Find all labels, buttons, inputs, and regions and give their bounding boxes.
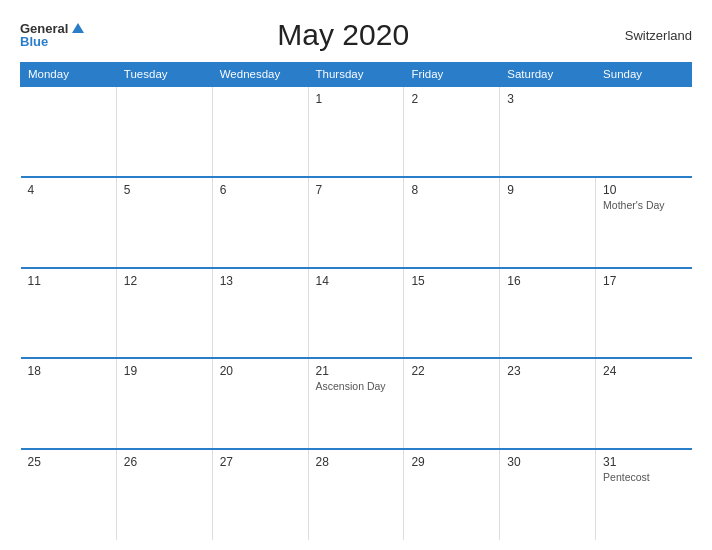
day-number: 8	[411, 183, 492, 197]
calendar-week-row: 25262728293031Pentecost	[21, 449, 692, 540]
day-number: 4	[28, 183, 109, 197]
day-number: 27	[220, 455, 301, 469]
day-cell: 5	[116, 177, 212, 268]
calendar-page: General Blue May 2020 Switzerland Monday…	[0, 0, 712, 550]
header-saturday: Saturday	[500, 63, 596, 87]
day-number: 23	[507, 364, 588, 378]
day-cell: 24	[596, 358, 692, 449]
day-cell: 12	[116, 268, 212, 359]
day-number: 28	[316, 455, 397, 469]
day-cell: 7	[308, 177, 404, 268]
day-cell: 23	[500, 358, 596, 449]
day-number: 1	[316, 92, 397, 106]
day-number: 3	[507, 92, 588, 106]
day-cell: 17	[596, 268, 692, 359]
calendar-title: May 2020	[84, 18, 602, 52]
empty-day-cell	[212, 86, 308, 177]
day-cell: 11	[21, 268, 117, 359]
day-number: 14	[316, 274, 397, 288]
calendar-table: Monday Tuesday Wednesday Thursday Friday…	[20, 62, 692, 540]
day-cell: 22	[404, 358, 500, 449]
header-sunday: Sunday	[596, 63, 692, 87]
day-cell: 3	[500, 86, 596, 177]
calendar-week-row: 18192021Ascension Day222324	[21, 358, 692, 449]
day-cell: 9	[500, 177, 596, 268]
day-number: 11	[28, 274, 109, 288]
country-label: Switzerland	[602, 28, 692, 43]
day-cell: 19	[116, 358, 212, 449]
day-cell: 31Pentecost	[596, 449, 692, 540]
header-monday: Monday	[21, 63, 117, 87]
calendar-week-row: 45678910Mother's Day	[21, 177, 692, 268]
day-cell: 20	[212, 358, 308, 449]
day-number: 5	[124, 183, 205, 197]
calendar-week-row: 11121314151617	[21, 268, 692, 359]
day-number: 29	[411, 455, 492, 469]
day-cell: 8	[404, 177, 500, 268]
day-number: 13	[220, 274, 301, 288]
day-number: 24	[603, 364, 684, 378]
day-cell: 26	[116, 449, 212, 540]
day-number: 9	[507, 183, 588, 197]
day-event: Pentecost	[603, 471, 684, 483]
day-number: 26	[124, 455, 205, 469]
day-number: 18	[28, 364, 109, 378]
day-cell: 21Ascension Day	[308, 358, 404, 449]
day-cell: 4	[21, 177, 117, 268]
logo-blue-text: Blue	[20, 35, 84, 48]
empty-day-cell	[116, 86, 212, 177]
day-number: 31	[603, 455, 684, 469]
day-cell: 16	[500, 268, 596, 359]
header-thursday: Thursday	[308, 63, 404, 87]
day-number: 19	[124, 364, 205, 378]
day-number: 22	[411, 364, 492, 378]
day-number: 25	[28, 455, 109, 469]
header: General Blue May 2020 Switzerland	[20, 18, 692, 52]
day-cell: 13	[212, 268, 308, 359]
logo: General Blue	[20, 22, 84, 48]
day-number: 15	[411, 274, 492, 288]
day-number: 30	[507, 455, 588, 469]
day-number: 17	[603, 274, 684, 288]
day-cell: 14	[308, 268, 404, 359]
day-cell: 25	[21, 449, 117, 540]
day-cell: 30	[500, 449, 596, 540]
day-number: 7	[316, 183, 397, 197]
logo-triangle-icon	[72, 23, 84, 33]
weekday-header-row: Monday Tuesday Wednesday Thursday Friday…	[21, 63, 692, 87]
header-wednesday: Wednesday	[212, 63, 308, 87]
empty-day-cell	[21, 86, 117, 177]
day-number: 16	[507, 274, 588, 288]
day-event: Ascension Day	[316, 380, 397, 392]
day-event: Mother's Day	[603, 199, 684, 211]
day-number: 20	[220, 364, 301, 378]
day-cell: 15	[404, 268, 500, 359]
day-cell: 29	[404, 449, 500, 540]
day-cell: 10Mother's Day	[596, 177, 692, 268]
day-cell: 28	[308, 449, 404, 540]
day-cell: 18	[21, 358, 117, 449]
day-number: 12	[124, 274, 205, 288]
day-cell: 27	[212, 449, 308, 540]
day-cell: 1	[308, 86, 404, 177]
header-friday: Friday	[404, 63, 500, 87]
day-number: 10	[603, 183, 684, 197]
day-number: 2	[411, 92, 492, 106]
day-number: 21	[316, 364, 397, 378]
day-number: 6	[220, 183, 301, 197]
day-cell: 6	[212, 177, 308, 268]
day-cell: 2	[404, 86, 500, 177]
calendar-week-row: 123	[21, 86, 692, 177]
header-tuesday: Tuesday	[116, 63, 212, 87]
